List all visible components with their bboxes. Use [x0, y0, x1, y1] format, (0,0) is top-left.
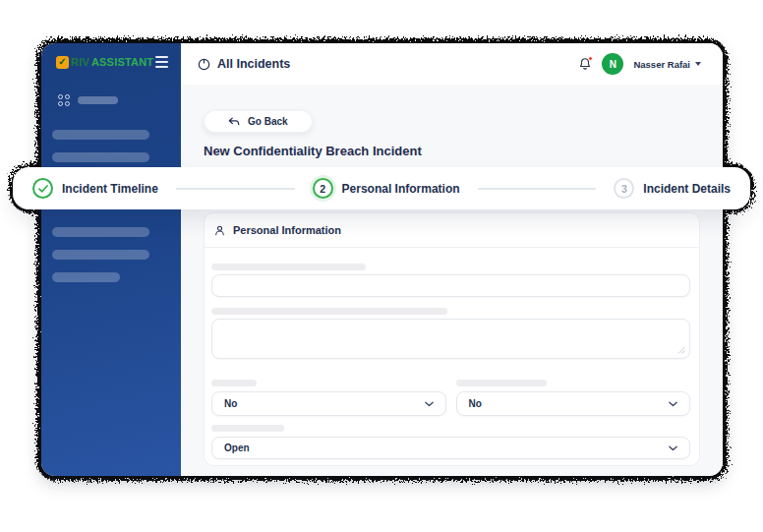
chevron-down-icon — [695, 62, 701, 66]
user-outline-icon — [214, 225, 225, 236]
step-incident-timeline[interactable]: Incident Timeline — [32, 178, 158, 199]
sidebar-item-skeleton — [52, 272, 120, 282]
status-select-value: Open — [224, 443, 250, 453]
step-3-label: Incident Details — [643, 182, 731, 196]
sidebar-label-skeleton — [78, 96, 118, 104]
hamburger-menu-icon[interactable] — [153, 54, 170, 70]
personal-information-card: Personal Information — [204, 212, 700, 466]
text-input-field[interactable] — [211, 274, 690, 297]
brand-suffix: ASSISTANT — [91, 56, 153, 68]
resize-handle-icon[interactable] — [677, 346, 685, 354]
select-1-value: No — [224, 398, 237, 409]
alert-circle-icon — [198, 58, 210, 71]
go-back-button[interactable]: Go Back — [204, 110, 313, 133]
user-menu[interactable]: Nasser Rafai — [633, 59, 701, 70]
step-1-label: Incident Timeline — [62, 182, 158, 196]
sidebar-item-skeleton — [52, 130, 149, 140]
return-arrow-icon — [228, 117, 240, 126]
card-section-title: Personal Information — [233, 224, 341, 236]
sidebar-item-dashboard[interactable] — [58, 94, 118, 106]
wizard-stepper: Incident Timeline 2 Personal Information… — [13, 167, 750, 209]
stage: ✓RIVASSISTANT — [0, 0, 763, 532]
sidebar-item-skeleton — [52, 250, 149, 260]
stepper-connector — [478, 188, 597, 190]
field-label-skeleton — [211, 264, 366, 270]
user-name: Nasser Rafai — [633, 59, 690, 70]
field-label-skeleton — [211, 380, 257, 386]
select-group-2: No — [456, 380, 691, 416]
step-3-number: 3 — [614, 178, 634, 199]
chevron-down-icon — [669, 445, 677, 451]
field-label-skeleton — [211, 425, 284, 432]
grid-2x2-icon — [58, 94, 70, 106]
brand-prefix: RIV — [71, 56, 89, 68]
step-2-number: 2 — [313, 178, 333, 199]
select-group-1: No — [211, 380, 446, 416]
step-1-check-icon — [32, 178, 53, 199]
go-back-label: Go Back — [248, 116, 288, 127]
notification-bell-icon[interactable] — [578, 57, 592, 71]
notification-unread-dot — [588, 56, 593, 61]
select-2-value: No — [469, 398, 482, 409]
select-dropdown-2[interactable]: No — [456, 391, 691, 416]
step-personal-information[interactable]: 2 Personal Information — [313, 178, 460, 199]
stepper-connector — [176, 188, 295, 190]
sidebar-item-skeleton — [52, 227, 149, 237]
sidebar-item-skeleton — [52, 152, 149, 162]
page-header-title: All Incidents — [217, 57, 290, 71]
field-label-skeleton — [211, 308, 447, 315]
app-window: ✓RIVASSISTANT — [41, 43, 723, 476]
content-area: Go Back New Confidentiality Breach Incid… — [181, 85, 723, 476]
brand-check-badge-icon: ✓ — [56, 56, 69, 69]
description-textarea[interactable] — [211, 319, 690, 359]
page-title: New Confidentiality Breach Incident — [204, 144, 700, 158]
user-avatar[interactable]: N — [602, 53, 623, 75]
sidebar: ✓RIVASSISTANT — [41, 43, 181, 476]
step-2-label: Personal Information — [342, 182, 460, 196]
chevron-down-icon — [425, 401, 434, 407]
main-area: All Incidents N Nasser Rafai — [181, 43, 723, 476]
select-dropdown-1[interactable]: No — [211, 391, 446, 416]
status-select-dropdown[interactable]: Open — [211, 437, 690, 459]
field-label-skeleton — [456, 380, 547, 386]
chevron-down-icon — [669, 401, 677, 407]
card-header: Personal Information — [205, 213, 699, 248]
step-incident-details[interactable]: 3 Incident Details — [614, 178, 731, 199]
card-body: No No — [205, 248, 699, 466]
top-bar: All Incidents N Nasser Rafai — [181, 43, 723, 85]
brand-logo: ✓RIVASSISTANT — [56, 56, 153, 69]
